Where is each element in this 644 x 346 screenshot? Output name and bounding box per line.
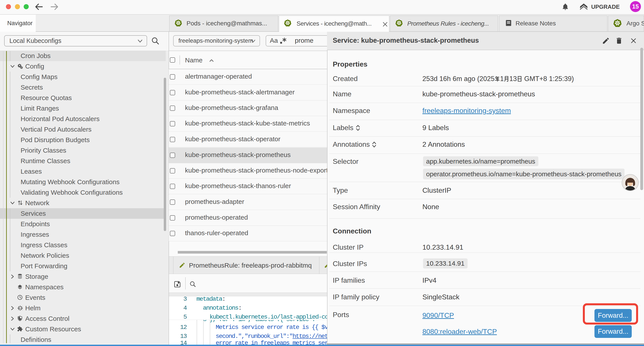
svg-text:HELM: HELM: [18, 307, 22, 309]
